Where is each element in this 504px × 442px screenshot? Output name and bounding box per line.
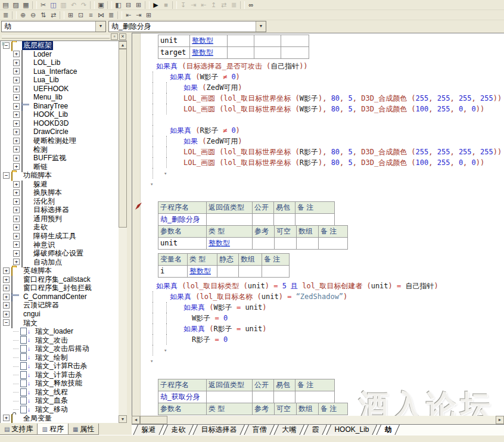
code-line[interactable]: ▾ <box>140 356 504 366</box>
tree-item[interactable]: +C_CommandCenter <box>1 292 119 301</box>
expand-toggle[interactable]: + <box>3 276 10 283</box>
tree-item[interactable]: ↓瑞文_释放技能 <box>1 379 119 388</box>
expand-toggle[interactable]: + <box>13 181 20 188</box>
step-over-icon[interactable]: ⇥ <box>188 1 198 10</box>
split-vertical-icon[interactable]: ◧ <box>113 1 123 10</box>
expand-toggle[interactable]: + <box>13 233 20 239</box>
expand-toggle[interactable]: − <box>3 172 10 179</box>
expand-toggle[interactable]: + <box>3 415 10 421</box>
table-cell[interactable] <box>296 237 319 250</box>
expand-toggle[interactable]: + <box>13 138 20 144</box>
tree-item[interactable]: +活化剂 <box>1 197 119 206</box>
expand-toggle[interactable]: + <box>13 146 20 152</box>
table-cell[interactable] <box>206 391 253 403</box>
tree-item[interactable]: +神意识 <box>1 241 119 250</box>
table-cell[interactable] <box>217 265 239 278</box>
scrollbar-thumb[interactable] <box>140 416 167 424</box>
code-line[interactable]: LOL_画圆 (lol_取目标世界坐标 (R影子), 80, 5, D3D_合成… <box>140 157 504 168</box>
tree-item[interactable]: +全局变量 <box>1 414 119 423</box>
expand-toggle[interactable]: + <box>3 285 10 291</box>
expand-toggle[interactable]: + <box>3 311 10 318</box>
expand-toggle[interactable]: + <box>13 51 20 57</box>
editor-tab-走砍[interactable]: 走砍 <box>163 425 194 435</box>
code-line[interactable]: LOL_画圆 (lol_取目标世界坐标 (W影子), 80, 5, D3D_合成… <box>140 104 504 114</box>
editor-horizontal-scrollbar[interactable]: ◄ ► <box>132 416 504 424</box>
table-cell[interactable]: 整数型 <box>206 237 253 250</box>
copy-icon[interactable]: ◫ <box>48 1 58 10</box>
code-line[interactable]: ▾ <box>140 345 504 356</box>
insert-row-icon[interactable]: ⊕ <box>18 11 28 20</box>
tree-item[interactable]: +英雄脚本 <box>1 266 119 275</box>
expand-toggle[interactable]: + <box>13 68 20 74</box>
expand-toggle[interactable]: + <box>13 163 20 170</box>
panel-splitter[interactable] <box>127 33 132 435</box>
tree-item[interactable]: ↓瑞文_线程 <box>1 388 119 397</box>
code-line[interactable]: LOL_画圆 (lol_取目标世界坐标 (W影子), 80, 5, D3D_合成… <box>140 93 504 104</box>
table-cell[interactable] <box>238 265 262 278</box>
expand-toggle[interactable]: + <box>13 250 20 257</box>
redo-icon[interactable]: ↷ <box>79 1 89 10</box>
tree-item[interactable]: +UEFHOOK <box>1 85 119 94</box>
new-icon[interactable]: ▤ <box>1 1 11 10</box>
columns-icon[interactable]: ≣ <box>106 11 116 20</box>
tab-支持库[interactable]: ▤支持库 <box>0 424 38 435</box>
table-cell[interactable] <box>227 35 254 47</box>
find-window-icon[interactable]: ▣ <box>96 1 106 10</box>
tree-item[interactable]: ↓瑞文_loader <box>1 327 119 336</box>
tree-item[interactable]: −底层框架 <box>1 41 119 50</box>
step-into-icon[interactable]: ↧ <box>178 1 188 10</box>
table-cell[interactable] <box>262 265 290 278</box>
tree-item[interactable]: ↓瑞文_攻击 <box>1 336 119 345</box>
expand-toggle[interactable]: + <box>13 86 20 92</box>
tree-item[interactable]: ↓瑞文_计算击杀 <box>1 371 119 379</box>
cut-icon[interactable]: ✂ <box>38 1 48 10</box>
tree-item[interactable]: +Lua_Lib <box>1 76 119 85</box>
tree-item[interactable]: ↓瑞文_血条 <box>1 396 119 405</box>
table-cell[interactable]: 整数型 <box>189 35 228 47</box>
expand-icon[interactable]: ⇥ <box>133 11 144 20</box>
table-cell[interactable] <box>295 213 335 226</box>
find-icon[interactable]: ∞ <box>246 1 256 10</box>
module-combobox[interactable]: 劫 ▼ <box>1 21 106 32</box>
tree-item[interactable]: +断链 <box>1 163 119 172</box>
tree-item[interactable]: ↓瑞文_移动 <box>1 405 119 414</box>
code-line[interactable]: 如果真 (目标选择器_是否可攻击 (自己指针)) <box>140 61 504 71</box>
move-up-icon[interactable]: ⇅ <box>38 11 48 20</box>
scroll-left-icon[interactable]: ◄ <box>132 416 140 424</box>
chevron-down-icon[interactable]: ▼ <box>256 21 266 32</box>
tree-item[interactable]: +窗口程序集_callstack <box>1 275 119 284</box>
code-line[interactable]: W影子 = 0 <box>140 313 504 323</box>
tree-item[interactable]: ↓瑞文_绘制 <box>1 353 119 362</box>
table-cell[interactable]: i <box>158 265 188 278</box>
tree-item[interactable]: +通用预判 <box>1 214 119 223</box>
tree-item[interactable]: +LOL_Lib <box>1 58 119 67</box>
editor-tab-劫[interactable]: 劫 <box>376 425 400 435</box>
scroll-right-icon[interactable]: ► <box>496 416 504 424</box>
table-cell[interactable] <box>252 237 275 250</box>
table-view-icon[interactable]: ≣ <box>1 11 11 20</box>
table-cell[interactable] <box>281 46 309 59</box>
tree-vertical-scrollbar[interactable]: ▲ ▼ <box>119 41 127 423</box>
table-cell[interactable] <box>318 237 348 250</box>
tree-item[interactable]: +硬断检测处理 <box>1 136 119 145</box>
tree-item[interactable]: +Lua_Interface <box>1 67 119 76</box>
code-line[interactable]: R影子 = 0 <box>140 334 504 345</box>
code-editor[interactable]: 酒入论坛 unit整数型target整数型子程序名返回值类型公开易包备 注劫_删… <box>132 33 504 416</box>
table-cell[interactable]: 劫_删除分身 <box>158 213 207 226</box>
tree-item[interactable]: −瑞文 <box>1 319 119 328</box>
expand-toggle[interactable]: + <box>13 241 20 248</box>
expand-toggle[interactable]: + <box>13 259 20 265</box>
expand-toggle[interactable]: + <box>13 111 20 118</box>
chevron-down-icon[interactable]: ▼ <box>95 21 105 32</box>
split-grid-icon[interactable]: ⊞ <box>133 1 144 10</box>
editor-tab-霞[interactable]: 霞 <box>303 425 327 435</box>
expand-toggle[interactable]: + <box>13 103 20 110</box>
move-down-icon[interactable]: ⇄ <box>48 11 58 20</box>
stop-icon[interactable]: ■ <box>161 1 171 10</box>
expand-toggle[interactable]: + <box>3 302 10 309</box>
code-line[interactable] <box>140 114 504 125</box>
expand-toggle[interactable]: − <box>3 42 10 49</box>
expand-toggle[interactable]: + <box>13 207 20 213</box>
grid-icon[interactable]: ⊞ <box>144 11 154 20</box>
expand-toggle[interactable]: + <box>13 155 20 161</box>
